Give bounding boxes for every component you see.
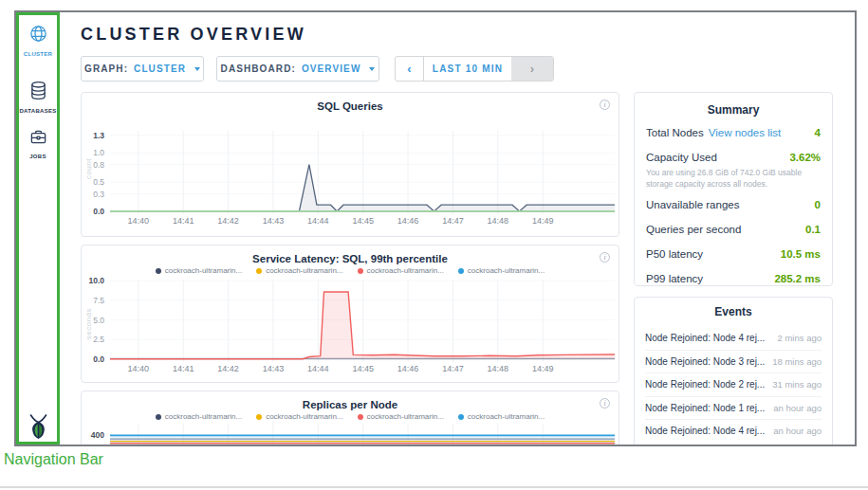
legend-label: cockroach-ultramarin... [468,266,545,275]
charts-column: SQL Queries i count 14:4014:4114:4214:43… [81,92,619,445]
jobs-icon [29,128,47,150]
svg-text:14:44: 14:44 [307,364,329,373]
dashboard-content: SQL Queries i count 14:4014:4114:4214:43… [81,92,833,445]
legend-label: cockroach-ultramarin... [165,266,242,275]
svg-text:14:48: 14:48 [488,216,509,226]
legend-item: cockroach-ultramarin... [358,412,444,421]
svg-text:0.0: 0.0 [93,207,104,216]
svg-text:10.0: 10.0 [88,276,104,285]
event-row[interactable]: Node Rejoined: Node 3 rej...18 mins ago [645,350,822,373]
view-nodes-list-link[interactable]: View nodes list [709,127,782,138]
info-icon[interactable]: i [600,100,610,110]
summary-row-label: P99 latency [646,272,703,286]
time-range-selector: ‹ LAST 10 MIN › [395,56,554,82]
legend-dot [156,414,161,420]
event-time: an hour ago [773,426,822,436]
legend-item: cockroach-ultramarin... [458,412,545,421]
sidebar-item-label: JOBS [29,154,46,159]
bottom-divider [0,486,868,488]
svg-text:1.0: 1.0 [93,148,104,157]
svg-text:2.5: 2.5 [93,335,104,344]
summary-panel: Summary Total NodesView nodes list4Capac… [634,92,833,286]
summary-title: Summary [635,93,832,126]
legend-label: cockroach-ultramarin... [468,412,545,421]
graph-dropdown-value: CLUSTER [134,64,186,74]
capacity-note: You are using 26.8 GiB of 742.0 GiB usab… [635,167,832,190]
event-label: Node Rejoined: Node 1 rej... [645,403,765,413]
event-label: Node Rejoined: Node 4 rej... [645,333,765,343]
chart-panel-sql-queries: SQL Queries i count 14:4014:4114:4214:43… [81,92,619,237]
page-title: CLUSTER OVERVIEW [81,25,833,45]
chart-legend: cockroach-ultramarin...cockroach-ultrama… [82,266,619,275]
svg-text:14:47: 14:47 [442,364,464,373]
svg-text:14:45: 14:45 [352,364,374,373]
events-panel: Events Node Rejoined: Node 4 rej...2 min… [634,297,833,445]
legend-label: cockroach-ultramarin... [266,266,342,275]
summary-row-label: P50 latency [646,247,703,262]
svg-text:14:43: 14:43 [263,216,285,226]
svg-text:400: 400 [91,430,104,440]
toolbar: GRAPH: CLUSTER DASHBOARD: OVERVIEW ‹ LAS… [81,56,833,82]
summary-row-value: 3.62% [789,151,821,165]
event-row[interactable]: Node Rejoined: Node 4 rej...2 mins ago [645,326,822,350]
sidebar-item-cluster[interactable]: CLUSTER [16,12,60,57]
cluster-globe-icon [28,24,48,47]
svg-text:14:46: 14:46 [397,216,419,226]
legend-dot [458,268,464,274]
svg-text:14:45: 14:45 [352,216,374,226]
svg-text:7.5: 7.5 [93,296,104,305]
legend-item: cockroach-ultramarin... [156,412,242,421]
summary-row-label: Total NodesView nodes list [646,126,781,140]
info-icon[interactable]: i [600,398,610,408]
svg-text:14:42: 14:42 [217,364,239,373]
dashboard-dropdown[interactable]: DASHBOARD: OVERVIEW [216,56,379,82]
summary-row: Capacity Used3.62% [635,151,832,165]
svg-text:14:41: 14:41 [173,364,194,373]
legend-item: cockroach-ultramarin... [256,266,342,275]
events-title: Events [635,298,832,326]
event-row[interactable]: Node Rejoined: Node 2 rej...31 mins ago [645,372,822,396]
summary-row-label: Unavailable ranges [646,198,739,212]
svg-text:14:48: 14:48 [488,364,509,373]
chart-canvas[interactable]: 14:4014:4114:4214:4314:4414:4514:4614:47… [82,93,619,236]
time-range-next-button[interactable]: › [511,57,553,81]
summary-row: P99 latency285.2 ms [635,272,832,286]
chart-panel-service-latency: Service Latency: SQL, 99th percentile i … [81,245,619,383]
event-time: 2 mins ago [778,333,822,343]
event-row[interactable]: Node Rejoined: Node 4 rej...an hour ago [645,419,822,443]
legend-item: cockroach-ultramarin... [358,266,444,275]
legend-label: cockroach-ultramarin... [367,412,444,421]
admin-ui-window: CLUSTER DATABASES [14,10,857,446]
chart-title: SQL Queries [82,100,619,112]
svg-text:5.0: 5.0 [93,316,104,325]
legend-item: cockroach-ultramarin... [458,266,545,275]
chevron-left-icon: ‹ [407,62,411,76]
svg-text:14:49: 14:49 [532,364,554,373]
time-range-prev-button[interactable]: ‹ [396,57,424,81]
graph-dropdown-label: GRAPH: [84,64,128,74]
cockroachdb-logo[interactable] [16,414,60,440]
graph-dropdown[interactable]: GRAPH: CLUSTER [81,56,204,82]
info-icon[interactable]: i [600,252,610,263]
summary-row-value: 0 [815,198,821,212]
svg-text:14:40: 14:40 [128,216,150,226]
time-range-value[interactable]: LAST 10 MIN [424,57,511,81]
event-row[interactable]: Node Rejoined: Node 1 rej...an hour ago [645,396,822,420]
svg-text:0.5: 0.5 [93,177,104,187]
svg-text:0.8: 0.8 [93,160,104,170]
chart-title: Service Latency: SQL, 99th percentile [82,253,619,264]
main-content: CLUSTER OVERVIEW GRAPH: CLUSTER DASHBOAR… [60,12,855,445]
legend-dot [458,414,464,420]
legend-dot [358,268,363,274]
dashboard-dropdown-value: OVERVIEW [302,64,361,74]
svg-text:14:42: 14:42 [217,216,239,226]
sidebar-item-jobs[interactable]: JOBS [16,114,60,159]
sidebar-item-label: CLUSTER [24,51,52,57]
event-time: 31 mins ago [772,379,822,390]
sidebar-item-databases[interactable]: DATABASES [16,57,60,114]
legend-label: cockroach-ultramarin... [165,412,242,421]
summary-row-label: Capacity Used [646,151,717,165]
svg-text:14:40: 14:40 [128,364,150,373]
legend-dot [156,268,161,274]
annotation-label: Navigation Bar [4,451,103,468]
